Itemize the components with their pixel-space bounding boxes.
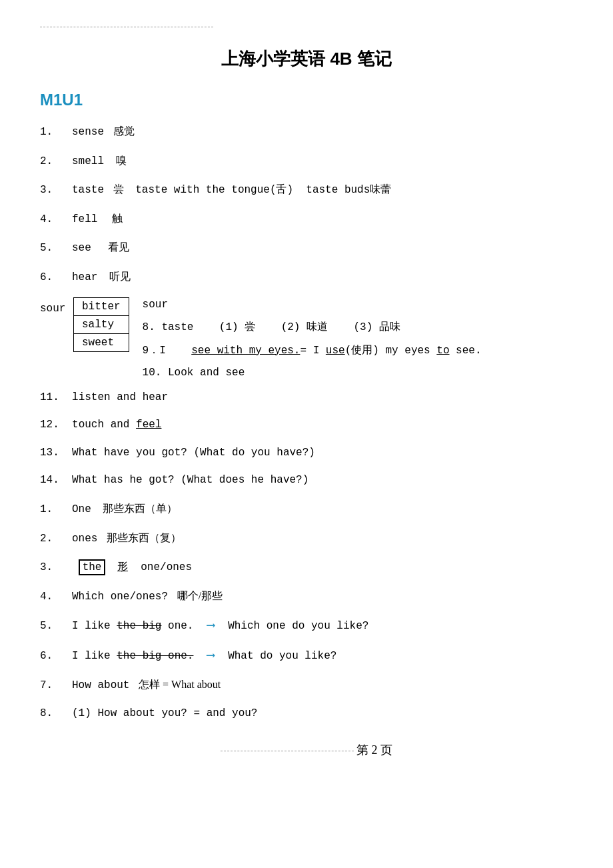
item-num: 11. bbox=[40, 391, 59, 403]
item-space bbox=[59, 561, 72, 573]
item-num: 6. bbox=[40, 271, 53, 283]
item-b2: 2. ones 那些东西（复） bbox=[40, 529, 573, 548]
item-b5: 5. I like the big one. ⟶ Which one do yo… bbox=[40, 616, 573, 635]
box-right-line-3: 9．I see with my eyes.= I use(使用) my eyes… bbox=[143, 343, 482, 357]
box-cell-sweet: sweet bbox=[74, 333, 129, 351]
box-right-line-2: 8. taste (1) 尝 (2) 味道 (3) 品味 bbox=[143, 320, 482, 334]
item-13: 13. What have you got? (What do you have… bbox=[40, 445, 573, 462]
arrow: ⟶ bbox=[200, 649, 221, 662]
item-num: 12. bbox=[40, 419, 59, 431]
section-title: M1U1 bbox=[40, 91, 573, 109]
item-3: 3. taste 尝 taste with the tongue(舌) tast… bbox=[40, 181, 573, 199]
item-en: How about bbox=[59, 679, 130, 691]
item-num: 7. bbox=[40, 679, 53, 691]
item-num: 3. bbox=[40, 561, 53, 573]
box-cell-salty: salty bbox=[74, 315, 129, 333]
item-en: see bbox=[59, 242, 91, 254]
bottom-page-text: 第 2 页 bbox=[356, 743, 392, 757]
item-b7: 7. How about 怎样 = What about bbox=[40, 676, 573, 695]
item-2: 2. smell 嗅 bbox=[40, 152, 573, 171]
box-right-line-1: sour bbox=[143, 299, 482, 311]
item-4: 4. fell 触 bbox=[40, 210, 573, 229]
item-en: What have you got? (What do you have?) bbox=[65, 447, 314, 459]
item-12: 12. touch and feel bbox=[40, 417, 573, 434]
box-right-content: sour 8. taste (1) 尝 (2) 味道 (3) 品味 9．I se… bbox=[136, 297, 482, 379]
arrow-text: What do you like? bbox=[228, 650, 336, 662]
item-zh: 尝 bbox=[111, 183, 129, 195]
item-b1: 1. One 那些东西（单） bbox=[40, 500, 573, 519]
item-en: touch and feel bbox=[65, 419, 161, 431]
item-11: 11. listen and hear bbox=[40, 389, 573, 407]
item-num: 5. bbox=[40, 242, 53, 254]
main-title: 上海小学英语 4B 笔记 bbox=[40, 47, 573, 71]
item-zh: 嗅 bbox=[111, 155, 127, 166]
item-zh: 那些东西（单） bbox=[97, 503, 177, 514]
bottom-dashes: 第 2 页 bbox=[40, 742, 573, 758]
item-buds: 味蕾 bbox=[370, 183, 391, 195]
item-en: ones bbox=[59, 533, 98, 545]
item-extra: taste with the tongue(舌) taste buds bbox=[135, 184, 370, 196]
box-table: bitter salty sweet bbox=[73, 297, 129, 352]
item-num: 6. bbox=[40, 650, 53, 662]
box-cell-bitter: bitter bbox=[74, 297, 129, 315]
item-b6: 6. I like the big one. ⟶ What do you lik… bbox=[40, 646, 573, 665]
item-num: 8. bbox=[40, 707, 53, 719]
item-num: 4. bbox=[40, 213, 53, 225]
item-b8: 8. (1) How about you? = and you? bbox=[40, 705, 573, 723]
item-en: What has he got? (What does he have?) bbox=[65, 474, 308, 486]
item-num: 4. bbox=[40, 591, 53, 603]
item-num: 1. bbox=[40, 503, 53, 515]
item-en: smell bbox=[59, 155, 104, 167]
item-6: 6. hear 听见 bbox=[40, 268, 573, 287]
the-highlighted: the bbox=[79, 559, 106, 575]
item-en: (1) How about you? = and you? bbox=[59, 707, 258, 719]
item-num: 5. bbox=[40, 620, 53, 632]
item-en: One bbox=[59, 503, 91, 515]
item-en: taste bbox=[59, 184, 104, 196]
item-en: Which one/ones? bbox=[59, 591, 168, 603]
item-14: 14. What has he got? (What does he have?… bbox=[40, 472, 573, 489]
item-zh: 看见 bbox=[97, 241, 129, 253]
item-en: sense bbox=[59, 126, 104, 138]
item-en: hear bbox=[59, 271, 98, 283]
arrow: ⟶ bbox=[200, 619, 221, 632]
item-zh: 那些东西（复） bbox=[104, 532, 181, 543]
item-en: fell bbox=[59, 213, 98, 225]
item-zh: 形 bbox=[112, 561, 128, 572]
item-en: I like the big one. bbox=[59, 650, 194, 662]
arrow-text: Which one do you like? bbox=[228, 620, 368, 632]
item-num: 1. bbox=[40, 126, 53, 138]
item-num: 2. bbox=[40, 155, 53, 167]
item-zh: 触 bbox=[104, 213, 123, 224]
item-num: 2. bbox=[40, 533, 53, 545]
item-num: 13. bbox=[40, 447, 59, 459]
item-5: 5. see 看见 bbox=[40, 239, 573, 257]
top-dashes bbox=[40, 27, 213, 27]
box-left-label: sour bbox=[40, 297, 67, 315]
item-en: one/ones bbox=[135, 561, 192, 573]
item-num: 3. bbox=[40, 184, 53, 196]
item-en: I like the big one. bbox=[59, 620, 194, 632]
item-zh: 感觉 bbox=[111, 125, 135, 137]
box-right-line-4: 10. Look and see bbox=[143, 367, 482, 379]
item-zh: 怎样 = What about bbox=[136, 679, 221, 690]
item-b4: 4. Which one/ones? 哪个/那些 bbox=[40, 587, 573, 606]
bottom-dash-line bbox=[221, 751, 354, 751]
box-section: sour bitter salty sweet sour 8. taste (1… bbox=[40, 297, 573, 379]
item-zh: 哪个/那些 bbox=[175, 590, 223, 601]
item-num: 14. bbox=[40, 474, 59, 486]
item-b3: 3. the 形 one/ones bbox=[40, 558, 573, 577]
item-en: listen and hear bbox=[65, 391, 168, 403]
item-zh: 听见 bbox=[104, 271, 131, 282]
item-1: 1. sense 感觉 bbox=[40, 123, 573, 141]
